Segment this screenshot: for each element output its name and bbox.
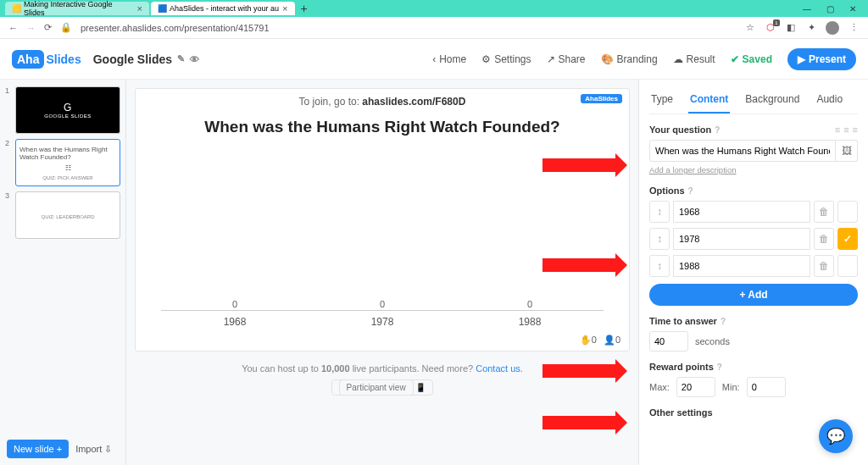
close-icon[interactable]: × xyxy=(282,3,287,14)
list-icon: ☷ xyxy=(65,164,71,172)
tab-type[interactable]: Type xyxy=(649,86,675,113)
back-icon[interactable]: ← xyxy=(8,23,18,33)
lock-icon: 🔒 xyxy=(60,22,72,33)
puzzle-icon[interactable]: ✦ xyxy=(805,22,817,34)
delete-icon[interactable]: 🗑 xyxy=(814,228,834,250)
participant-view-button[interactable]: Participant view 📱 xyxy=(331,379,434,396)
slide-rail: 1 G GOOGLE SLIDES 2 When was the Humans … xyxy=(0,80,125,465)
option-input[interactable] xyxy=(673,201,810,223)
thumb-card: When was the Humans Right Watch Founded?… xyxy=(15,139,120,186)
drag-handle[interactable]: ↕ xyxy=(649,255,670,277)
reward-label: Reward points? xyxy=(649,362,858,372)
correct-toggle[interactable] xyxy=(837,255,858,277)
tab-content[interactable]: Content xyxy=(688,86,730,113)
eye-icon[interactable]: 👁 xyxy=(190,54,199,64)
thumb-card: QUIZ: LEADERBOARD xyxy=(15,191,120,239)
bar-label: 1988 xyxy=(481,316,579,328)
min-input[interactable] xyxy=(747,377,786,397)
saved-indicator: ✔Saved xyxy=(731,53,772,65)
pencil-icon[interactable]: ✎ xyxy=(177,53,185,64)
slide-thumb[interactable]: 1 G GOOGLE SLIDES xyxy=(5,86,120,134)
correct-toggle-active[interactable]: ✓ xyxy=(837,228,858,250)
slide-number: 3 xyxy=(5,191,12,239)
annotation-arrow xyxy=(542,158,615,172)
bar-value: 0 xyxy=(481,299,579,309)
x-axis xyxy=(161,310,604,311)
bar-label: 1978 xyxy=(334,316,431,328)
nav-home[interactable]: ‹Home xyxy=(432,53,466,65)
other-settings-label: Other settings xyxy=(649,407,858,418)
tab-audio[interactable]: Audio xyxy=(815,86,844,113)
drag-handle[interactable]: ↕ xyxy=(649,201,670,223)
slide-thumb[interactable]: 3 QUIZ: LEADERBOARD xyxy=(5,191,120,239)
minimize-icon[interactable]: — xyxy=(803,4,811,14)
add-option-button[interactable]: + Add xyxy=(649,284,858,306)
bar-value: 0 xyxy=(186,299,284,309)
image-button[interactable]: 🖼 xyxy=(836,140,858,162)
help-icon[interactable]: ? xyxy=(688,186,693,196)
help-icon[interactable]: ? xyxy=(717,363,722,372)
annotation-arrow xyxy=(542,416,615,429)
nav-result[interactable]: ☁Result xyxy=(673,53,715,65)
tab-background[interactable]: Background xyxy=(743,86,801,113)
forward-icon[interactable]: → xyxy=(26,23,36,33)
menu-icon[interactable]: ⋮ xyxy=(848,22,860,34)
question-title: When was the Humans Right Watch Founded? xyxy=(136,114,629,145)
delete-icon[interactable]: 🗑 xyxy=(814,255,834,277)
delete-icon[interactable]: 🗑 xyxy=(814,201,834,223)
reload-icon[interactable]: ⟳ xyxy=(44,22,52,33)
url-text[interactable]: presenter.ahaslides.com/presentation/415… xyxy=(81,23,270,33)
aha-icon: 🟦 xyxy=(158,4,166,13)
app-header: AhaSlides Google Slides ✎ 👁 ‹Home ⚙Setti… xyxy=(0,39,868,80)
thumb-card: G GOOGLE SLIDES xyxy=(15,86,120,134)
option-input[interactable] xyxy=(673,255,810,277)
check-icon: ✔ xyxy=(731,53,739,65)
avatar-icon[interactable] xyxy=(826,21,839,35)
annotation-arrow xyxy=(542,258,615,272)
app-nav: ‹Home ⚙Settings ↗Share 🎨Branding ☁Result… xyxy=(432,48,856,70)
close-icon[interactable]: × xyxy=(137,3,142,14)
presentation-title[interactable]: Google Slides ✎ 👁 xyxy=(93,53,199,66)
help-icon[interactable]: ? xyxy=(721,317,726,326)
align-right-icon[interactable]: ≡ xyxy=(853,125,858,135)
contact-link[interactable]: Contact us. xyxy=(476,363,523,374)
option-input[interactable] xyxy=(673,228,810,250)
extension-icon[interactable]: ⬡ xyxy=(765,22,776,34)
correct-toggle[interactable] xyxy=(837,201,858,223)
browser-tab[interactable]: 🟨 Making Interactive Google Slides × xyxy=(5,2,149,15)
maximize-icon[interactable]: ▢ xyxy=(826,4,834,14)
browser-tab-active[interactable]: 🟦 AhaSlides - interact with your au × xyxy=(151,2,295,15)
nav-share[interactable]: ↗Share xyxy=(547,53,586,65)
time-input[interactable] xyxy=(649,331,688,352)
annotation-arrow xyxy=(542,364,615,378)
new-slide-button[interactable]: New slide+ xyxy=(7,440,69,458)
present-button[interactable]: ▶Present xyxy=(787,48,856,70)
chat-bubble[interactable]: 💬 xyxy=(819,419,853,453)
align-left-icon[interactable]: ≡ xyxy=(835,125,840,135)
align-center-icon[interactable]: ≡ xyxy=(843,125,849,135)
logo[interactable]: AhaSlides xyxy=(12,50,81,69)
close-window-icon[interactable]: ✕ xyxy=(849,4,856,14)
palette-icon: 🎨 xyxy=(601,53,614,65)
import-button[interactable]: Import⇩ xyxy=(75,440,112,458)
logo-mark: Aha xyxy=(12,50,44,69)
question-input[interactable] xyxy=(649,140,836,162)
time-label: Time to answer? xyxy=(649,316,858,326)
thumb-sub: QUIZ: LEADERBOARD xyxy=(41,214,94,219)
your-question-label: Your question? ≡ ≡ ≡ xyxy=(649,125,858,135)
slide-thumb-active[interactable]: 2 When was the Humans Right Watch Founde… xyxy=(5,139,120,186)
extension-icon[interactable]: ◧ xyxy=(785,22,797,34)
star-icon[interactable]: ☆ xyxy=(744,22,756,34)
new-tab-button[interactable]: + xyxy=(297,2,312,15)
plus-icon: + xyxy=(57,444,62,454)
play-icon: ▶ xyxy=(798,53,805,65)
tab-title: Making Interactive Google Slides xyxy=(24,0,134,17)
canvas: AhaSlides To join, go to: ahaslides.com/… xyxy=(125,80,639,465)
nav-branding[interactable]: 🎨Branding xyxy=(601,53,658,65)
nav-settings[interactable]: ⚙Settings xyxy=(481,53,531,65)
cloud-icon: ☁ xyxy=(673,53,683,65)
help-icon[interactable]: ? xyxy=(715,125,720,135)
drag-handle[interactable]: ↕ xyxy=(649,228,670,250)
add-description-link[interactable]: Add a longer description xyxy=(649,165,736,174)
max-input[interactable] xyxy=(676,377,715,397)
